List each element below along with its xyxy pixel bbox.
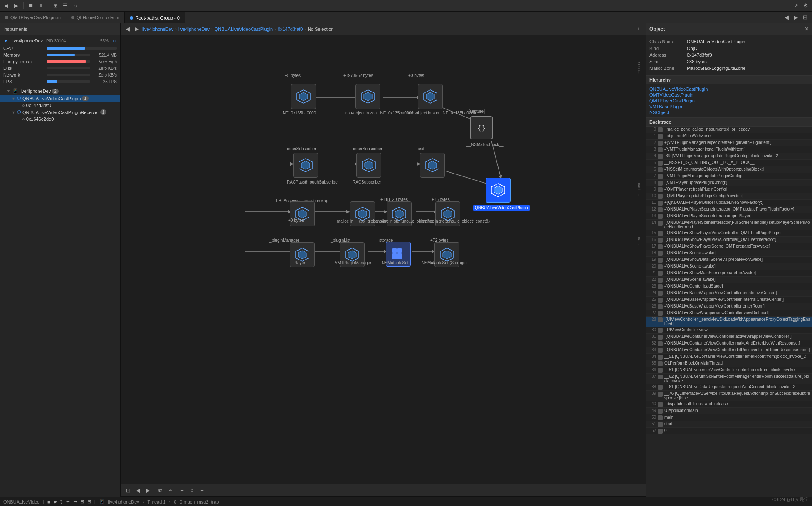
node-5[interactable] xyxy=(293,153,318,178)
node-3[interactable] xyxy=(418,84,443,109)
backtrace-row[interactable]: 8 -[VMTPlayer updatePluginConfig:] xyxy=(646,180,812,186)
bc-back[interactable]: ◀ xyxy=(124,25,131,33)
node-1[interactable] xyxy=(291,84,316,109)
backtrace-row[interactable]: 23 -[QNBUALiveCenter loadStage] xyxy=(646,283,812,290)
backtrace-row[interactable]: 21 -[QNBUALiveShowMainScene prepareForAw… xyxy=(646,270,812,277)
backtrace-row[interactable]: 18 -[QNBUALiveScene awake] xyxy=(646,250,812,257)
tab-2[interactable]: Root-paths: Group - 0 xyxy=(125,12,185,23)
step4-icon[interactable]: ↪ xyxy=(73,499,77,504)
backtrace-row[interactable]: 2 +[VMTPluginManagerHelper createPluginW… xyxy=(646,140,812,146)
backtrace-row[interactable]: 35 QLPerformBlockOnMainThread xyxy=(646,360,812,367)
share-btn[interactable]: ↗ xyxy=(792,2,800,10)
tab-nav-right[interactable]: ▶ xyxy=(792,14,800,21)
graph-area[interactable]: +5 bytes NE_0x135ba0000 +1973952 bytes n… xyxy=(121,35,646,484)
backtrace-row[interactable]: 20 -[QNBUALiveScene awake] xyxy=(646,263,812,270)
backtrace-row[interactable]: 51 start xyxy=(646,421,812,428)
tree-item-qnbua-receiver[interactable]: ▼ ⬡ QNBUALiveVideoCastPluginReceiver 1 xyxy=(0,109,120,116)
zoom-actual[interactable]: ○ xyxy=(188,486,196,495)
node-7[interactable] xyxy=(420,153,445,178)
node-9[interactable] xyxy=(290,201,315,226)
zoom-in[interactable]: + xyxy=(198,486,206,495)
focus-btn[interactable]: ⌖ xyxy=(166,486,174,495)
tree-item-addr1[interactable]: ○ 0x147d3faf0 xyxy=(0,102,120,109)
selected-node[interactable] xyxy=(486,178,511,203)
backtrace-row[interactable]: 14 -[QNBUALivePlayerSceneInteractor(Full… xyxy=(646,220,812,230)
tab-1[interactable]: QLHomeController.m xyxy=(66,12,125,23)
hier-item-3[interactable]: VMTBasePlugin xyxy=(649,104,809,109)
grid-btn[interactable]: ⊞ xyxy=(52,2,59,10)
tree-item-qnbua-plugin[interactable]: ▼ ⬡ QNBUALiveVideoCastPlugin 1 xyxy=(0,95,120,102)
backtrace-row[interactable]: 11 +[QNBUALivePlayerBuilder updateLiveSh… xyxy=(646,200,812,206)
settings-btn[interactable]: ⚙ xyxy=(802,2,810,10)
hier-item-0[interactable]: QNBUALiveVideoCastPlugin xyxy=(649,86,809,92)
backtrace-row[interactable]: 3 -[VMTPluginManager installPluginWithIt… xyxy=(646,146,812,153)
backtrace-row[interactable]: 22 -[QNBUALiveScene awake] xyxy=(646,277,812,283)
hier-item-4[interactable]: NSObject xyxy=(649,109,809,115)
bc-2[interactable]: QNBUALiveVideoCastPlugin xyxy=(215,27,273,32)
pause-btn[interactable]: ⏸ xyxy=(37,2,44,10)
search-btn[interactable]: ⌕ xyxy=(72,2,79,10)
backtrace-row[interactable]: 16 -[QNBUALiveShowPlayerViewController_Q… xyxy=(646,237,812,243)
backtrace-row[interactable]: 28 -[UIViewController _sendViewDidLoadWi… xyxy=(646,317,812,327)
zoom-out[interactable]: − xyxy=(178,486,186,495)
backtrace-row[interactable]: 39 __76-[QLInterfacePBServiceHttpDataReq… xyxy=(646,391,812,401)
debug-icon[interactable]: ⊞ xyxy=(80,499,84,504)
prev-btn[interactable]: ◀ xyxy=(134,486,142,495)
backtrace-row[interactable]: 15 -[QNBUALiveShowPlayerViewController_Q… xyxy=(646,230,812,237)
backtrace-row[interactable]: 17 -[QNBUALiveShowPlayerScene_QMT prepar… xyxy=(646,243,812,250)
node-6[interactable] xyxy=(356,153,381,178)
hier-item-1[interactable]: QMTVideoCastPlugin xyxy=(649,92,809,98)
backtrace-row[interactable]: 0 _malloc_zone_calloc_instrumented_or_le… xyxy=(646,126,812,133)
stop-btn[interactable]: ⏹ xyxy=(27,2,35,10)
tab-nav-left[interactable]: ◀ xyxy=(783,14,790,21)
zoom-in-btn[interactable]: + xyxy=(635,25,642,33)
backtrace-row[interactable]: 13 -[QNBUALivePlayerSceneInteractor qmtP… xyxy=(646,213,812,220)
process-item[interactable]: ▼ live4iphoneDev PID 30104 55% ↔ xyxy=(0,37,120,45)
backtrace-row[interactable]: 26 -[QNBUALiveBaseWrapperViewController … xyxy=(646,303,812,310)
list-btn[interactable]: ☰ xyxy=(62,2,69,10)
bc-1[interactable]: live4iphoneDev xyxy=(178,27,210,32)
step2-icon[interactable]: ⤵ xyxy=(60,499,63,504)
tree-item-live4[interactable]: ▼ 📱 live4iphoneDev 2 xyxy=(0,87,120,95)
stop-run-icon[interactable]: ■ xyxy=(47,499,50,504)
backtrace-row[interactable]: 30 -[UIViewController view] xyxy=(646,327,812,334)
bc-3[interactable]: 0x147d3faf0 xyxy=(278,27,303,32)
step3-icon[interactable]: ↩ xyxy=(66,499,70,504)
backtrace-row[interactable]: 40 _dispatch_call_block_and_release xyxy=(646,401,812,408)
backtrace-row[interactable]: 31 -[QNBUALiveContainerViewController ac… xyxy=(646,334,812,340)
bc-0[interactable]: live4iphoneDev xyxy=(142,27,173,32)
tree-item-addr2[interactable]: ○ 0x1646e2de0 xyxy=(0,116,120,122)
close-icon[interactable]: ✕ xyxy=(805,26,809,32)
fwd-btn[interactable]: ▶ xyxy=(12,2,20,10)
zoom-fit-btn[interactable]: ⊡ xyxy=(124,486,132,495)
backtrace-row[interactable]: 9 -[QMTPlayer refreshPluginConfig] xyxy=(646,186,812,193)
filter-btn[interactable]: ⧉ xyxy=(156,486,164,495)
backtrace-row[interactable]: 4 -39-[VMTPluginManager updatePluginConf… xyxy=(646,153,812,160)
next-btn-nav[interactable]: ▶ xyxy=(144,486,152,495)
backtrace-row[interactable]: 34 __51-[QNBUALiveContainerViewControlle… xyxy=(646,354,812,360)
back-btn[interactable]: ◀ xyxy=(2,2,10,10)
backtrace-row[interactable]: 19 -[QNBUALiveShowDetailSceneV3 prepareF… xyxy=(646,257,812,263)
step-icon[interactable]: ▶ xyxy=(54,499,57,504)
backtrace-row[interactable]: 24 -[QNBUALiveBaseWrapperViewController … xyxy=(646,290,812,297)
backtrace-section[interactable]: 0 _malloc_zone_calloc_instrumented_or_le… xyxy=(646,126,812,497)
tab-0[interactable]: QMTPlayerCastPlugin.m xyxy=(0,12,66,23)
backtrace-row[interactable]: 50 main xyxy=(646,414,812,421)
backtrace-row[interactable]: 27 -[QNBUALiveShowWrapperViewController … xyxy=(646,310,812,317)
bc-fwd[interactable]: ▶ xyxy=(133,25,141,33)
backtrace-row[interactable]: 33 -[QNBUALiveContainerViewController di… xyxy=(646,347,812,354)
backtrace-row[interactable]: 36 __51-[QNBUALivecenterViewController e… xyxy=(646,367,812,374)
backtrace-row[interactable]: 1 _objc_rootAllocWithZone xyxy=(646,133,812,140)
backtrace-row[interactable]: 49 UIApplicationMain xyxy=(646,408,812,414)
backtrace-row[interactable]: 7 -[VMTPluginManager updatePluginConfig:… xyxy=(646,173,812,180)
backtrace-row[interactable]: 52 0 xyxy=(646,428,812,434)
backtrace-row[interactable]: 12 -[QNBUALivePlayerSceneInteractor_QMT … xyxy=(646,206,812,213)
backtrace-row[interactable]: 25 -[QNBUALiveBaseWrapperViewController … xyxy=(646,297,812,303)
hier-item-2[interactable]: QMTPlayerCastPlugin xyxy=(649,98,809,104)
backtrace-row[interactable]: 37 __62-[QNBUALiveMiniSdkEnterRoomManage… xyxy=(646,374,812,384)
backtrace-row[interactable]: 6 -[NSSetM enumerateObjectsWithOptions:u… xyxy=(646,166,812,173)
backtrace-row[interactable]: 10 -[QMTPlayer updatePluginConfigProvide… xyxy=(646,193,812,200)
backtrace-row[interactable]: 32 -[QNBUALiveContainerViewController ma… xyxy=(646,340,812,347)
split-view-btn[interactable]: ⊟ xyxy=(801,14,809,21)
capture-node[interactable]: {} xyxy=(470,116,493,139)
